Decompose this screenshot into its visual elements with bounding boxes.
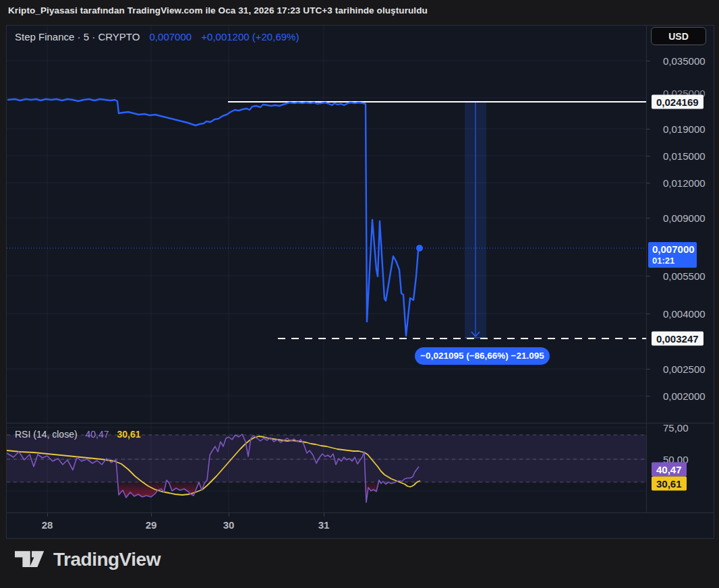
current-price-label: 0,00700001:21	[648, 242, 697, 268]
chart-widget: Step Finance · 5 · CRYPTO 0,007000 +0,00…	[6, 25, 714, 539]
tradingview-logo[interactable]: TradingView	[15, 548, 161, 570]
pane-separator[interactable]	[7, 423, 714, 423]
rsi-axis-label: 75,00	[646, 422, 714, 434]
rsi-value-label: 40,47	[652, 463, 687, 477]
time-axis-tick	[151, 513, 152, 517]
rsi-legend: RSI (14, close) 40,47 30,61	[15, 429, 140, 440]
tradingview-logo-text: TradingView	[53, 549, 161, 570]
price-axis-label: 0,009000	[646, 212, 714, 224]
time-axis-tick	[47, 513, 48, 517]
current-price-value: 0,007000	[652, 243, 693, 255]
rsi-band	[7, 435, 646, 482]
bar-countdown: 01:21	[652, 255, 693, 266]
price-axis-label: 0,019000	[646, 123, 714, 135]
price-axis[interactable]: USD 0,0350000,0190000,0150000,0120000,00…	[646, 26, 714, 513]
symbol-title[interactable]: Step Finance · 5 · CRYPTO	[15, 31, 140, 42]
price-level-label: 0,024169	[652, 95, 703, 109]
currency-button[interactable]: USD	[651, 27, 706, 45]
tradingview-logo-icon	[15, 548, 45, 570]
price-line-end-dot	[416, 245, 423, 252]
rsi-smoothing-value: 30,61	[117, 429, 140, 440]
last-price-value: 0,007000	[150, 31, 192, 42]
price-axis-label: 0,005500	[646, 270, 714, 282]
time-axis-label: 29	[146, 519, 157, 531]
rsi-value: 40,47	[85, 429, 109, 440]
time-axis-tick	[229, 513, 229, 517]
price-axis-label: 0,002000	[646, 390, 714, 402]
measure-tooltip: −0,021095 (−86,66%) −21.095	[415, 347, 550, 365]
price-axis-label: 0,012000	[646, 177, 714, 189]
time-axis-label: 30	[223, 519, 235, 531]
price-axis-label: 0,002500	[646, 363, 714, 375]
main-price-pane[interactable]	[7, 26, 646, 423]
price-axis-label: 0,004000	[646, 308, 714, 320]
time-axis[interactable]: 28293031	[7, 513, 646, 538]
price-axis-label: 0,015000	[646, 150, 714, 162]
time-axis-label: 28	[42, 519, 53, 531]
chart-legend: Step Finance · 5 · CRYPTO 0,007000 +0,00…	[15, 31, 299, 42]
price-level-label: 0,003247	[652, 332, 703, 346]
rsi-smoothing-value-label: 30,61	[652, 477, 687, 491]
price-change-value: +0,001200 (+20,69%)	[201, 31, 299, 42]
price-axis-label: 0,035000	[646, 55, 714, 67]
page: Kripto_Piyasasi tarafından TradingView.c…	[0, 0, 719, 588]
time-axis-tick	[324, 513, 324, 517]
time-axis-label: 31	[318, 519, 330, 531]
rsi-title[interactable]: RSI (14, close)	[15, 429, 78, 440]
attribution-text: Kripto_Piyasasi tarafından TradingView.c…	[8, 5, 428, 16]
